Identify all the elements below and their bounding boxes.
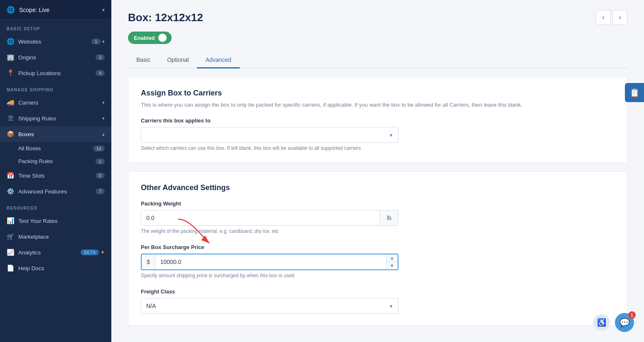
surcharge-label: Per Box Surcharge Price: [141, 244, 615, 250]
surcharge-decrement-button[interactable]: ▼: [386, 262, 398, 269]
next-button[interactable]: ›: [612, 10, 627, 25]
shipping-rules-chevron-icon: ▾: [102, 116, 105, 121]
section-basic-setup: BASIC SETUP: [0, 20, 111, 34]
sidebar-item-pickup-locations[interactable]: 📍 Pickup Locations 4: [0, 65, 111, 81]
surcharge-spinners: ▲ ▼: [386, 254, 398, 269]
scope-chevron-icon: ▾: [102, 7, 105, 13]
chat-icon: 💬: [619, 318, 630, 327]
page-title: Box: 12x12x12: [128, 11, 203, 24]
sidebar-item-carriers[interactable]: 🚚 Carriers ▾: [0, 95, 111, 110]
advanced-features-badge: 7: [96, 188, 105, 194]
carriers-section-desc: This is where you can assign the box to …: [141, 101, 615, 109]
tab-optional[interactable]: Optional: [159, 52, 197, 68]
toggle-circle: [158, 34, 167, 42]
floating-doc-button[interactable]: 📋: [625, 83, 644, 102]
sidebar-item-boxes[interactable]: 📦 Boxes ▴: [0, 126, 111, 142]
scope-selector[interactable]: 🌐 Scope: Live ▾: [0, 0, 111, 20]
freight-class-select[interactable]: N/A: [141, 298, 398, 314]
section-resources: RESOURCES: [0, 199, 111, 213]
doc-icon: 📋: [629, 88, 640, 98]
carriers-section: Assign Box to Carriers This is where you…: [128, 77, 627, 163]
page-title-row: Box: 12x12x12 ‹ ›: [128, 10, 627, 25]
sidebar-item-shipping-rules[interactable]: ☰ Shipping Rules ▾: [0, 110, 111, 126]
enabled-toggle[interactable]: Enabled: [128, 32, 172, 44]
advanced-settings-title: Other Advanced Settings: [141, 183, 615, 192]
accessibility-button[interactable]: ♿: [593, 314, 610, 331]
time-slots-icon: 📅: [7, 172, 14, 179]
advanced-features-icon: ⚙️: [7, 188, 14, 195]
surcharge-prefix: $: [142, 254, 155, 269]
all-boxes-badge: 14: [93, 146, 105, 151]
carriers-icon: 🚚: [7, 99, 14, 106]
all-boxes-label: All Boxes: [18, 145, 93, 151]
accessibility-icon: ♿: [597, 318, 606, 327]
boxes-chevron-icon: ▴: [102, 132, 105, 137]
sidebar-item-time-slots[interactable]: 📅 Time Slots 0: [0, 168, 111, 183]
sidebar-item-label: Pickup Locations: [18, 70, 96, 76]
sidebar-item-origins[interactable]: 🏢 Origins 2: [0, 49, 111, 65]
sidebar-item-label: Boxes: [18, 131, 101, 137]
freight-class-container: Freight Class N/A ▾: [141, 288, 615, 314]
sidebar: 🌐 Scope: Live ▾ BASIC SETUP 🌐 Websites 1…: [0, 0, 111, 342]
sidebar-sub-item-all-boxes[interactable]: All Boxes 14: [0, 142, 111, 155]
pickup-icon: 📍: [7, 69, 14, 77]
sidebar-item-label: Carriers: [18, 100, 101, 106]
sidebar-item-websites[interactable]: 🌐 Websites 1 ▾: [0, 34, 111, 49]
test-rates-icon: 📊: [7, 217, 14, 225]
packing-weight-field: lb: [141, 210, 398, 226]
advanced-settings-section: Other Advanced Settings Packing Weight l…: [128, 171, 627, 326]
section-manage-shipping: MANAGE SHIPPING: [0, 81, 111, 95]
carriers-select-wrapper: ▾: [141, 127, 398, 143]
globe-icon: 🌐: [7, 6, 15, 14]
packing-weight-label: Packing Weight: [141, 200, 615, 207]
pickup-badge: 4: [96, 70, 105, 76]
carriers-field-label: Carriers this box applies to: [141, 117, 615, 124]
prev-button[interactable]: ‹: [596, 10, 611, 25]
surcharge-field-container: Per Box Surcharge Price $ ▲ ▼ Specify am…: [141, 244, 615, 278]
sidebar-item-label: Test Your Rates: [18, 218, 105, 224]
sidebar-item-label: Advanced Features: [18, 188, 96, 195]
analytics-badge: BETA: [81, 249, 99, 255]
main-content: Box: 12x12x12 ‹ › Enabled Basic Optional…: [111, 0, 644, 342]
sidebar-item-label: Marketplace: [18, 234, 105, 240]
websites-badge: 1: [91, 39, 101, 44]
bottom-widgets: ♿ 💬 1: [593, 313, 634, 332]
help-docs-icon: 📄: [7, 264, 14, 272]
freight-class-label: Freight Class: [141, 288, 615, 295]
carriers-select[interactable]: [141, 127, 398, 143]
origins-badge: 2: [96, 54, 105, 60]
sidebar-item-marketplace[interactable]: 🛒 Marketplace: [0, 229, 111, 244]
sidebar-item-label: Origins: [18, 54, 96, 61]
chat-button[interactable]: 💬 1: [615, 313, 634, 332]
scope-label: Scope: Live: [19, 7, 102, 13]
tabs-container: Basic Optional Advanced: [128, 52, 627, 68]
surcharge-hint: Specify amount shipping price is surchar…: [141, 273, 615, 278]
surcharge-input[interactable]: [155, 254, 386, 269]
packing-weight-hint: The weight of the packing material, e.g.…: [141, 228, 615, 234]
nav-arrows: ‹ ›: [596, 10, 627, 25]
analytics-icon: 📈: [7, 249, 14, 256]
surcharge-field: $ ▲ ▼: [141, 254, 398, 270]
packing-rules-label: Packing Rules: [18, 158, 96, 164]
enabled-label: Enabled: [134, 35, 155, 41]
packing-weight-unit: lb: [380, 210, 398, 226]
analytics-star-icon: ✦: [101, 249, 105, 255]
sidebar-item-advanced-features[interactable]: ⚙️ Advanced Features 7: [0, 183, 111, 199]
sidebar-item-label: Shipping Rules: [18, 115, 101, 122]
shipping-rules-icon: ☰: [7, 115, 14, 122]
freight-class-select-wrapper: N/A ▾: [141, 298, 398, 314]
sidebar-item-label: Time Slots: [18, 173, 96, 179]
websites-icon: 🌐: [7, 38, 14, 45]
time-slots-badge: 0: [96, 173, 105, 178]
sidebar-item-analytics[interactable]: 📈 Analytics BETA ✦: [0, 244, 111, 260]
sidebar-item-help-docs[interactable]: 📄 Help Docs: [0, 260, 111, 276]
packing-weight-input[interactable]: [141, 210, 380, 226]
sidebar-item-label: Websites: [18, 39, 91, 45]
sidebar-item-test-rates[interactable]: 📊 Test Your Rates: [0, 213, 111, 229]
surcharge-increment-button[interactable]: ▲: [386, 254, 398, 262]
tab-advanced[interactable]: Advanced: [197, 52, 239, 68]
marketplace-icon: 🛒: [7, 233, 14, 240]
sidebar-sub-item-packing-rules[interactable]: Packing Rules 1: [0, 155, 111, 168]
tab-basic[interactable]: Basic: [128, 52, 159, 68]
carriers-select-hint: Select which carriers can use this box. …: [141, 145, 615, 151]
